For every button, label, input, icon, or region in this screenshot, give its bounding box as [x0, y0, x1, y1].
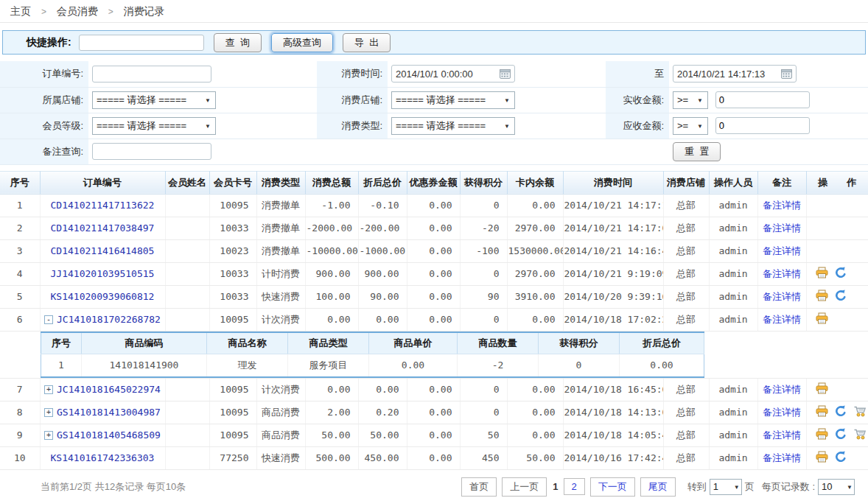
note-detail-link[interactable]: 备注详情 [763, 384, 801, 395]
coupon-amount-cell: 0.00 [407, 378, 460, 401]
first-page-button[interactable]: 首页 [461, 477, 497, 497]
goto-page-select[interactable]: 1 [710, 479, 742, 495]
order-no-link[interactable]: GS1410181413004987 [57, 407, 161, 418]
actions-cell [806, 285, 868, 308]
next-page-button[interactable]: 下一页 [590, 477, 635, 497]
to-label: 至 [606, 61, 669, 87]
consume-shop-cell: 总部 [663, 401, 709, 424]
received-amount-operator-select[interactable]: >= [673, 91, 708, 109]
actions-cell [806, 308, 868, 331]
order-no-link[interactable]: JJ1410201039510515 [51, 268, 155, 279]
refresh-icon[interactable] [835, 405, 847, 419]
note-detail-link[interactable]: 备注详情 [763, 222, 801, 234]
consume-shop-cell: 总部 [663, 217, 709, 239]
refresh-icon[interactable] [835, 451, 847, 465]
breadcrumb: 主页 > 会员消费 > 消费记录 [0, 0, 868, 23]
consume-time-from-field[interactable]: 2014/10/1 0:00:00 [391, 65, 515, 83]
order-no-link[interactable]: CD1410211417113622 [51, 200, 155, 211]
page-2-button[interactable]: 2 [564, 478, 585, 495]
card-no-cell: 10023 [209, 239, 256, 262]
printer-icon[interactable] [816, 428, 828, 442]
consume-shop-label: 消费店铺: [317, 87, 388, 113]
printer-icon[interactable] [816, 451, 828, 465]
consume-type-label: 消费类型: [317, 113, 388, 138]
per-page-select[interactable]: 10 [818, 479, 855, 495]
order-no-input[interactable] [92, 66, 211, 83]
printer-icon[interactable] [816, 312, 828, 326]
note-detail-link[interactable]: 备注详情 [763, 429, 801, 441]
note-detail-link[interactable]: 备注详情 [763, 452, 801, 463]
calendar-icon[interactable] [500, 69, 511, 79]
total-amount-cell: -10000.00 [305, 239, 358, 262]
expand-row-icon[interactable]: + [44, 408, 53, 417]
cart-icon[interactable] [853, 428, 867, 442]
consume-type-select[interactable]: ===== 请选择 ===== [391, 117, 515, 135]
note-detail-link[interactable]: 备注详情 [763, 314, 801, 325]
printer-icon[interactable] [816, 290, 828, 304]
note-detail-link[interactable]: 备注详情 [763, 407, 801, 418]
receivable-amount-input[interactable] [715, 117, 810, 134]
received-amount-input[interactable] [715, 91, 810, 108]
points-earned-cell: 0 [460, 401, 507, 424]
order-no-link[interactable]: KS1410200939060812 [51, 291, 155, 302]
total-amount-cell: 2.00 [305, 401, 358, 424]
received-amount-label: 实收金额: [606, 87, 669, 113]
quick-search-input[interactable] [79, 35, 204, 51]
expand-row-icon[interactable]: + [44, 431, 53, 440]
consume-records-table: 序号订单编号会员姓名会员卡号消费类型消费总额折后总价优惠券金额获得积分卡内余额消… [0, 171, 868, 470]
consume-shop-cell: 总部 [663, 194, 709, 217]
note-detail-link[interactable]: 备注详情 [763, 291, 801, 302]
subtable-cell-3: 服务项目 [288, 354, 369, 377]
order-no-link[interactable]: JC1410181702268782 [57, 314, 161, 325]
export-button[interactable]: 导 出 [343, 33, 391, 52]
consume-shop-select[interactable]: ===== 请选择 ===== [391, 91, 515, 109]
discounted-price-cell: 0.00 [358, 308, 407, 331]
operator-cell: admin [709, 239, 757, 262]
coupon-amount-cell: 0.00 [407, 285, 460, 308]
cart-icon[interactable] [853, 405, 867, 419]
own-shop-select[interactable]: ===== 请选择 ===== [92, 91, 216, 109]
search-button[interactable]: 查 询 [214, 33, 262, 52]
table-header-row: 序号订单编号会员姓名会员卡号消费类型消费总额折后总价优惠券金额获得积分卡内余额消… [0, 171, 868, 194]
advanced-search-button[interactable]: 高级查询 [271, 33, 333, 52]
note-detail-link[interactable]: 备注详情 [763, 245, 801, 256]
order-no-link[interactable]: KS1410161742336303 [51, 452, 155, 463]
column-header-6: 折后总价 [358, 171, 407, 194]
total-amount-cell: 900.00 [305, 262, 358, 285]
actions-cell [806, 262, 868, 285]
printer-icon[interactable] [816, 267, 828, 281]
card-no-cell: 77250 [209, 446, 256, 469]
last-page-button[interactable]: 尾页 [640, 477, 676, 497]
discounted-price-cell: -0.10 [358, 194, 407, 217]
receivable-amount-operator-select[interactable]: >= [673, 117, 708, 135]
refresh-icon[interactable] [835, 290, 847, 304]
printer-icon[interactable] [816, 405, 828, 419]
consume-time-to-field[interactable]: 2014/10/21 14:17:13 [673, 65, 797, 83]
order-no-link[interactable]: CD1410211417038497 [51, 222, 155, 234]
order-no-link[interactable]: GS1410181405468509 [57, 429, 161, 441]
consume-time-cell: 2014/10/16 17:42:48 [563, 446, 663, 469]
row-seq: 4 [0, 262, 40, 285]
operator-cell: admin [709, 401, 757, 424]
refresh-icon[interactable] [835, 428, 847, 442]
card-balance-cell: 3910.00 [507, 285, 563, 308]
subtable-cell-2: 理发 [207, 354, 288, 377]
calendar-icon[interactable] [781, 69, 792, 79]
order-no-link[interactable]: JC1410181645022974 [57, 384, 161, 395]
reset-button[interactable]: 重 置 [673, 142, 721, 161]
table-row: 3CD141021141641480510023消费撤单-10000.00-10… [0, 239, 868, 262]
printer-icon[interactable] [816, 382, 828, 396]
member-level-select[interactable]: ===== 请选择 ===== [92, 117, 216, 135]
prev-page-button[interactable]: 上一页 [502, 477, 547, 497]
breadcrumb-member-consume[interactable]: 会员消费 [57, 5, 98, 17]
breadcrumb-home[interactable]: 主页 [10, 5, 31, 17]
note-cell: 备注详情 [757, 308, 806, 331]
expand-row-icon[interactable]: + [44, 385, 53, 394]
refresh-icon[interactable] [835, 267, 847, 281]
order-no-link[interactable]: CD1410211416414805 [51, 245, 155, 256]
note-search-input[interactable] [92, 143, 211, 160]
collapse-row-icon[interactable]: - [44, 315, 53, 324]
order-no-cell: CD1410211416414805 [40, 239, 165, 262]
note-detail-link[interactable]: 备注详情 [763, 268, 801, 279]
note-detail-link[interactable]: 备注详情 [763, 200, 801, 211]
